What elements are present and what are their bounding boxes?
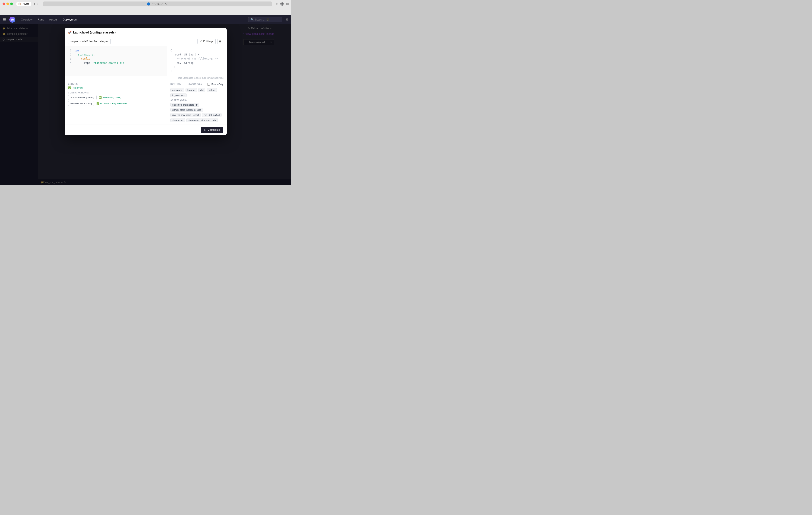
modal-overlay: 🚀 Launchpad (configure assets) 🏷 Edit ta… — [0, 24, 291, 185]
errors-only-checkbox-group[interactable]: Errors Only — [207, 83, 223, 85]
no-missing-config-status: ✅ No missing config — [99, 96, 121, 99]
app-nav: Overview Runs Assets Deployment — [19, 17, 80, 22]
share-button[interactable]: ⬆ — [276, 2, 278, 6]
tag-classified-stargazers-df: classified_stargazers_df — [170, 103, 199, 107]
address-bar[interactable]: 🔵 127.0.0.1 🛡 — [43, 1, 272, 6]
browser-chrome: 📋 Private ‹ › 🔵 127.0.0.1 🛡 ⬆ ➕ ⊞ — [0, 0, 291, 16]
grid-button[interactable]: ⊞ — [286, 2, 289, 6]
back-button[interactable]: ‹ — [33, 1, 36, 6]
search-icon: 🔍 — [251, 18, 254, 21]
rocket-icon: 🚀 — [68, 31, 71, 34]
schema-line: { — [170, 49, 223, 53]
code-line-4: 4 repo: frasermarlow/tap-bls — [68, 61, 163, 65]
schema-panel: { repo?: String | { /* One of the follow… — [167, 46, 227, 76]
tag-github-stars-notebook-gist: github_stars_notebook_gist — [170, 108, 203, 112]
runtime-header: RUNTIME RESOURCES Errors Only — [170, 83, 223, 86]
nav-deployment[interactable]: Deployment — [61, 17, 80, 22]
line-number: 4 — [68, 61, 71, 65]
schema-line: } — [170, 65, 223, 69]
code-line-1: 1 ops: — [68, 49, 163, 53]
check-icon: ✅ — [99, 96, 102, 99]
materialize-icon: ⬡ — [204, 129, 206, 131]
forward-button[interactable]: › — [37, 1, 39, 6]
runtime-tags: execution loggers dbt github io_manager — [170, 88, 223, 97]
code-text: ops: — [75, 49, 81, 53]
traffic-lights — [3, 3, 13, 5]
tag-stargazers: stargazers — [170, 118, 185, 122]
modal-header: 🚀 Launchpad (configure assets) — [65, 28, 227, 37]
remove-extra-row: Remove extra config ✅ No extra config to… — [68, 101, 163, 106]
no-errors-text: No errors — [72, 86, 83, 89]
main-content: 📁 fake_star_detector 📁 complex_detector … — [0, 24, 291, 185]
errors-only-label: Errors Only — [211, 83, 223, 85]
runtime-cols: RUNTIME RESOURCES — [170, 83, 202, 86]
private-badge: 📋 Private — [16, 2, 31, 6]
nav-runs[interactable]: Runs — [35, 17, 46, 22]
minimize-button[interactable] — [6, 3, 9, 5]
no-extra-config-status: ✅ No extra config to remove — [96, 102, 127, 105]
errors-panel: ERRORS ✅ No errors CONFIG ACTIONS: Scaff… — [65, 80, 167, 125]
materialize-button[interactable]: ⬡ Materialize — [201, 127, 223, 133]
close-button[interactable] — [3, 3, 5, 5]
bottom-panel: ERRORS ✅ No errors CONFIG ACTIONS: Scaff… — [65, 80, 227, 125]
assets-ops-label: ASSETS (OPS) — [170, 99, 223, 102]
browser-nav: ‹ › — [33, 1, 39, 6]
header-search[interactable]: 🔍 Search... / — [248, 17, 282, 22]
app: ☰ ◎ Overview Runs Assets Deployment 🔍 Se… — [0, 16, 291, 185]
no-errors-status: ✅ No errors — [68, 86, 163, 89]
scaffold-button[interactable]: Scaffold missing config — [68, 95, 96, 100]
runtime-label: RUNTIME — [170, 83, 181, 85]
new-tab-button[interactable]: ➕ — [280, 2, 284, 6]
tag-icon: 🏷 — [200, 40, 202, 43]
line-number: 1 — [68, 49, 71, 53]
search-placeholder: Search... — [255, 18, 265, 21]
reader-icon: 🛡 — [165, 2, 168, 5]
scaffold-row: Scaffold missing config ✅ No missing con… — [68, 95, 163, 100]
check-icon: ✅ — [68, 86, 71, 89]
tag-execution: execution — [170, 88, 184, 92]
nav-overview[interactable]: Overview — [19, 17, 34, 22]
tag-real-vs-raw-stars-report: real_vs_raw_stars_report — [170, 113, 201, 117]
code-line-2: 2 stargazers: — [68, 53, 163, 57]
browser-titlebar: 📋 Private ‹ › 🔵 127.0.0.1 🛡 ⬆ ➕ ⊞ — [0, 0, 291, 8]
hamburger-button[interactable]: ☰ — [3, 17, 6, 22]
app-header: ☰ ◎ Overview Runs Assets Deployment 🔍 Se… — [0, 16, 291, 24]
modal-title: Launchpad (configure assets) — [73, 31, 116, 34]
tag-stargazers-with-user-info: stargazers_with_user_info — [186, 118, 218, 122]
maximize-button[interactable] — [10, 3, 13, 5]
private-icon: 📋 — [18, 3, 21, 5]
code-line-3: 3 config: — [68, 57, 163, 61]
resources-label: RESOURCES — [187, 83, 202, 85]
edit-tags-button[interactable]: 🏷 Edit tags — [198, 38, 215, 44]
right-panel: ↻ Reload definitions ↗ View global asset… — [38, 24, 291, 185]
modal-toolbar: 🏷 Edit tags ⊞ — [65, 37, 227, 46]
errors-only-checkbox[interactable] — [207, 83, 210, 85]
nav-assets[interactable]: Assets — [47, 17, 60, 22]
remove-extra-button[interactable]: Remove extra config — [68, 101, 94, 106]
autocomplete-hint: Use Ctrl+Space to show auto-completions … — [65, 76, 227, 80]
asset-path-input[interactable] — [68, 38, 111, 44]
code-text: stargazers: — [75, 53, 95, 57]
tag-loggers: loggers — [185, 88, 197, 92]
modal-footer: ⬡ Materialize — [65, 125, 227, 135]
schema-line: /* One of the following: */ — [170, 57, 223, 61]
address-text: 127.0.0.1 — [152, 2, 164, 5]
private-label: Private — [22, 3, 29, 5]
modal: 🚀 Launchpad (configure assets) 🏷 Edit ta… — [65, 28, 227, 135]
code-text: repo: frasermarlow/tap-bls — [75, 61, 124, 65]
search-slash: / — [266, 18, 269, 21]
app-logo: ◎ — [9, 17, 16, 23]
config-actions: CONFIG ACTIONS: Scaffold missing config … — [68, 91, 163, 106]
asset-tags: classified_stargazers_df github_stars_no… — [170, 103, 223, 122]
browser-actions: ⬆ ➕ ⊞ — [276, 2, 289, 6]
schema-line: env: String — [170, 61, 223, 65]
tag-run-dbt-da47d: run_dbt_da47d — [202, 113, 222, 117]
errors-label: ERRORS — [68, 83, 163, 85]
editor-area: 1 ops: 2 stargazers: 3 config: — [65, 46, 227, 76]
code-panel[interactable]: 1 ops: 2 stargazers: 3 config: — [65, 46, 167, 76]
runtime-panel: RUNTIME RESOURCES Errors Only execution — [167, 80, 227, 125]
view-toggle-button[interactable]: ⊞ — [217, 38, 223, 44]
config-actions-label: CONFIG ACTIONS: — [68, 91, 163, 94]
line-number: 3 — [68, 57, 71, 61]
settings-button[interactable]: ⚙ — [286, 18, 289, 22]
